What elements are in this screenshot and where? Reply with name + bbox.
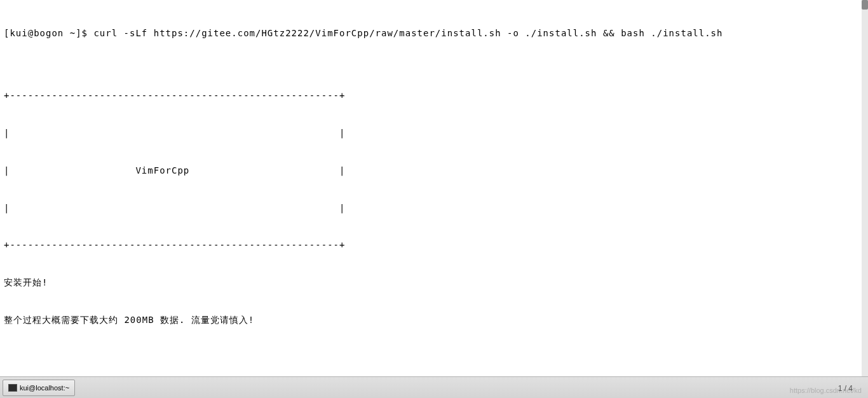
scrollbar-track[interactable] <box>862 0 868 376</box>
output-line: | | <box>4 202 864 215</box>
terminal-output[interactable]: [kui@bogon ~]$ curl -sLf https://gitee.c… <box>0 0 868 376</box>
prompt-line: [kui@bogon ~]$ curl -sLf https://gitee.c… <box>4 27 864 40</box>
taskbar: kui@localhost:~ https://blog.csdn.net/kd… <box>0 376 868 398</box>
output-line: | | <box>4 127 864 140</box>
shell-command: curl -sLf https://gitee.com/HGtz2222/Vim… <box>93 28 722 38</box>
output-line: +---------------------------------------… <box>4 90 864 102</box>
output-line: 安装开始! <box>4 277 864 289</box>
scrollbar-thumb[interactable] <box>862 0 868 10</box>
output-line: +---------------------------------------… <box>4 239 864 252</box>
taskbar-item-label: kui@localhost:~ <box>20 384 69 392</box>
terminal-icon <box>8 384 17 392</box>
shell-prompt: [kui@bogon ~]$ <box>4 28 93 38</box>
output-line: | VimForCpp | <box>4 165 864 177</box>
taskbar-terminal-item[interactable]: kui@localhost:~ <box>3 380 75 396</box>
page-indicator: 1 / 4 <box>838 384 853 393</box>
output-line: 整个过程大概需要下载大约 200MB 数据. 流量党请慎入! <box>4 314 864 327</box>
